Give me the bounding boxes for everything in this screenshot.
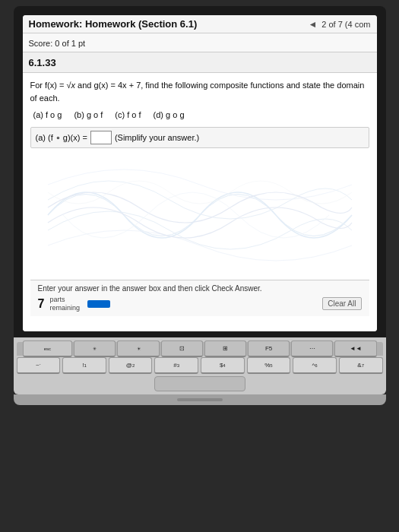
title-bar: Homework: Homework (Section 6.1) ◄ 2 of … [23,15,377,33]
watermark-area [30,154,369,276]
answer-label: (a) (f ∘ g)(x) = [36,133,87,143]
option-gog[interactable]: (d) g o g [154,110,185,119]
simplify-note: (Simplify your answer.) [115,133,199,142]
key-3[interactable]: #3 [154,357,198,374]
key-6[interactable]: ^6 [293,357,337,374]
score-bar: Score: 0 of 1 pt [23,33,377,52]
nav-position: 2 of 7 (4 com [321,20,370,29]
keyboard-bezel: esc ✳ ☀ ⊡ ⊞ F5 ⋯ ◄◄ ~` !1 @2 #3 $4 %5 ^6… [14,337,386,394]
trackpad-area [17,376,383,391]
option-fog[interactable]: (a) f o g [33,110,62,119]
parts-label-1: parts [49,296,80,304]
bottom-notch [177,398,223,401]
option-fof-label: (c) f o f [115,110,141,119]
option-fog-label: (a) f o g [33,110,62,119]
option-gof-label: (b) g o f [74,110,103,119]
key-tilde[interactable]: ~` [17,357,61,374]
screen-bezel: Homework: Homework (Section 6.1) ◄ 2 of … [14,6,386,337]
app-window: Homework: Homework (Section 6.1) ◄ 2 of … [23,15,377,331]
keyboard-number-row: ~` !1 @2 #3 $4 %5 ^6 &7 [17,357,383,374]
score-text: Score: 0 of 1 pt [29,39,86,48]
key-f5[interactable]: F5 [248,340,290,357]
key-2[interactable]: @2 [109,357,153,374]
bottom-bar [14,394,386,405]
parts-number: 7 [38,297,45,311]
key-f6[interactable]: ⋯ [291,340,333,357]
answer-input[interactable] [90,131,112,144]
key-5[interactable]: %5 [247,357,291,374]
parts-label-2: remaining [49,304,80,312]
keyboard-top-strip: esc ✳ ☀ ⊡ ⊞ F5 ⋯ ◄◄ [17,342,383,356]
page-title: Homework: Homework (Section 6.1) [29,18,198,30]
nav-area: ◄ 2 of 7 (4 com [308,19,370,30]
key-f2[interactable]: ☀ [117,340,159,357]
key-f1[interactable]: ✳ [74,340,116,357]
nav-arrow-icon[interactable]: ◄ [308,19,317,30]
option-fof[interactable]: (c) f o f [115,110,141,119]
footer-area: Enter your answer in the answer box and … [30,280,369,316]
key-1[interactable]: !1 [62,357,106,374]
key-7[interactable]: &7 [339,357,383,374]
clear-all-button[interactable]: Clear All [322,297,361,310]
key-f3[interactable]: ⊡ [161,340,203,357]
footer-instruction: Enter your answer in the answer box and … [38,284,362,293]
footer-bottom: 7 parts remaining Clear All [38,296,362,312]
option-gog-label: (d) g o g [154,110,185,119]
key-esc[interactable]: esc [23,340,73,357]
parts-remaining: 7 parts remaining [38,296,110,312]
section-number: 6.1.33 [29,57,56,68]
key-f7[interactable]: ◄◄ [334,340,376,357]
problem-description: For f(x) = √x and g(x) = 4x + 7, find th… [30,79,369,104]
answer-row: (a) (f ∘ g)(x) = (Simplify your answer.) [30,127,369,148]
section-header: 6.1.33 [23,52,377,73]
key-f4[interactable]: ⊞ [204,340,246,357]
trackpad[interactable] [154,376,245,391]
sub-options: (a) f o g (b) g o f (c) f o f (d) g o g [30,110,369,119]
main-content: For f(x) = √x and g(x) = 4x + 7, find th… [23,73,377,331]
blue-bar [87,300,110,308]
key-4[interactable]: $4 [201,357,245,374]
screen-content: Homework: Homework (Section 6.1) ◄ 2 of … [23,15,377,331]
option-gof[interactable]: (b) g o f [74,110,103,119]
